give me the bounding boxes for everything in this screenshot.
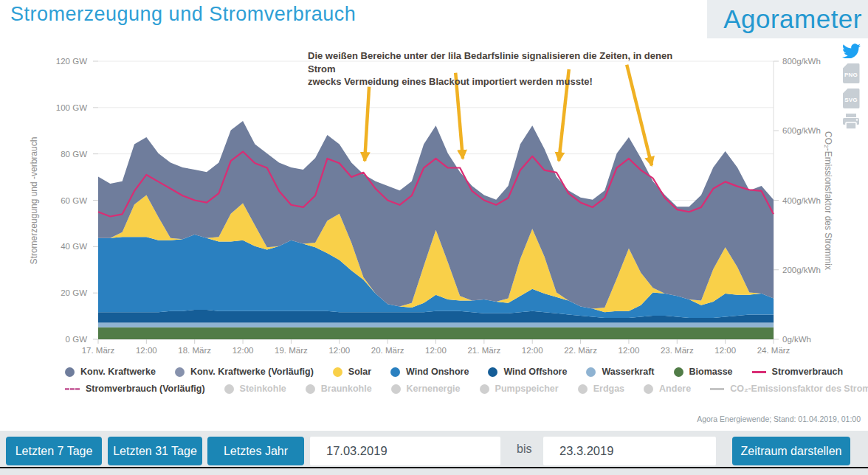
x-tick-label: 17. März [82,346,115,355]
to-date-input[interactable] [543,437,716,465]
legend-item-co-emissionsfaktor-des-strommix[interactable]: CO₂-Emissionsfaktor des Strommix [710,384,868,394]
legend-swatch-icon [306,384,315,394]
legend-label: Steinkohle [240,384,286,394]
legend-item-solar[interactable]: Solar [333,367,371,377]
legend-label: Konv. Kraftwerke [80,367,156,377]
legend-row: Stromverbrauch (Vorläufig)SteinkohleBrau… [65,384,868,394]
legend-label: Konv. Kraftwerke (Vorläufig) [190,367,314,377]
legend-row: Konv. KraftwerkeKonv. Kraftwerke (Vorläu… [65,367,868,377]
area-wasserkraft [98,322,774,327]
legend-label: CO₂-Emissionsfaktor des Strommix [730,384,868,394]
x-tick-label: 12:00 [522,346,543,355]
bottom-border-line [0,467,868,468]
legend-label: Solar [348,367,371,377]
x-tick-label: 20. März [371,346,404,355]
legend-item-wind-onshore[interactable]: Wind Onshore [390,367,469,377]
legend-item-konv-kraftwerke-vorläufig-[interactable]: Konv. Kraftwerke (Vorläufig) [175,367,314,377]
legend-swatch-icon [333,367,342,377]
x-tick-label: 21. März [467,346,500,355]
svg-export-label: SVG [844,97,858,108]
area-biomasse [98,327,774,339]
last-7-days-button[interactable]: Letzten 7 Tage [6,437,102,465]
chart-legend: Konv. KraftwerkeKonv. Kraftwerke (Vorläu… [0,367,868,401]
legend-item-stromverbrauch-vorläufig-[interactable]: Stromverbrauch (Vorläufig) [65,384,205,394]
x-tick-label: 19. März [275,346,308,355]
x-tick-label: 12:00 [328,346,350,355]
legend-item-biomasse[interactable]: Biomasse [674,367,733,377]
legend-swatch-icon [65,388,80,390]
x-tick-label: 22. März [564,346,597,355]
left-axis-label: Stromerzeugung und -verbrauch [29,137,39,265]
y-left-tick-label: 0 GW [66,335,88,344]
legend-swatch-icon [65,367,75,377]
legend-label: Pumpspeicher [495,384,559,394]
right-axis-label: CO₂-Emissionsfaktor des Strommix [823,131,833,270]
legend-swatch-icon [480,384,489,394]
legend-item-erdgas[interactable]: Erdgas [578,384,624,394]
legend-swatch-icon [175,367,185,377]
legend-label: Braunkohle [321,384,372,394]
legend-item-wasserkraft[interactable]: Wasserkraft [586,367,654,377]
y-left-tick-label: 100 GW [56,103,87,112]
legend-item-andere[interactable]: Andere [644,384,691,394]
x-tick-label: 12:00 [619,346,640,355]
last-year-button[interactable]: Letztes Jahr [207,437,304,465]
legend-label: Wasserkraft [602,367,654,377]
legend-item-stromverbrauch[interactable]: Stromverbrauch [752,367,844,377]
show-timerange-button[interactable]: Zeitraum darstellen [732,437,850,465]
legend-item-wind-offshore[interactable]: Wind Offshore [488,367,567,377]
legend-swatch-icon [586,367,596,377]
data-stand-text: Agora Energiewende; Stand: 01.04.2019, 0… [697,415,861,423]
legend-label: Stromverbrauch [772,367,844,377]
legend-swatch-icon [224,384,234,394]
legend-swatch-icon [390,367,400,377]
y-left-tick-label: 80 GW [61,150,87,159]
x-tick-label: 24. März [757,346,790,355]
legend-swatch-icon [710,388,724,390]
legend-swatch-icon [391,384,401,394]
legend-label: Erdgas [593,384,624,394]
legend-label: Biomasse [689,367,733,377]
x-tick-label: 12:00 [714,346,736,355]
legend-item-pumpspeicher[interactable]: Pumpspeicher [480,384,559,394]
legend-swatch-icon [644,384,653,394]
legend-item-steinkohle[interactable]: Steinkohle [224,384,286,394]
annotation-arrow [365,87,369,162]
from-date-input[interactable] [310,437,500,465]
y-left-tick-label: 20 GW [61,288,87,297]
y-right-tick-label: 600g/kWh [782,126,821,135]
png-export-icon[interactable]: PNG [843,63,860,83]
last-31-days-button[interactable]: Letzten 31 Tage [108,437,202,465]
legend-swatch-icon [752,371,766,373]
y-left-tick-label: 40 GW [61,242,87,251]
legend-label: Andere [659,384,691,394]
x-tick-label: 12:00 [136,346,157,355]
legend-label: Stromverbrauch (Vorläufig) [86,384,205,394]
bis-label: bis [517,443,531,456]
legend-label: Kernenergie [407,384,461,394]
x-tick-label: 18. März [178,346,211,355]
x-tick-label: 23. März [661,346,694,355]
png-export-label: PNG [844,72,858,83]
legend-swatch-icon [488,367,497,377]
y-left-tick-label: 60 GW [61,196,87,205]
y-right-tick-label: 0g/kWh [782,335,811,344]
y-right-tick-label: 200g/kWh [782,266,821,274]
legend-item-kernenergie[interactable]: Kernenergie [391,384,461,394]
x-tick-label: 12:00 [232,346,254,355]
y-right-tick-label: 400g/kWh [782,196,821,205]
legend-item-konv-kraftwerke[interactable]: Konv. Kraftwerke [65,367,156,377]
annotation-line-2: zwecks Vermeidung eines Blackout importi… [308,75,686,89]
legend-label: Wind Offshore [503,367,567,377]
legend-label: Wind Onshore [406,367,469,377]
legend-swatch-icon [674,367,683,377]
x-tick-label: 12:00 [425,346,447,355]
twitter-icon[interactable] [842,43,861,58]
svg-export-icon[interactable]: SVG [843,89,860,108]
y-right-tick-label: 800g/kWh [782,57,821,66]
legend-item-braunkohle[interactable]: Braunkohle [306,384,372,394]
y-left-tick-label: 120 GW [56,57,87,66]
print-icon[interactable] [842,114,860,130]
agorameter-widget: Stromerzeugung und Stromverbrauch Agoram… [0,0,868,475]
export-icon-column: PNG SVG [840,43,862,130]
